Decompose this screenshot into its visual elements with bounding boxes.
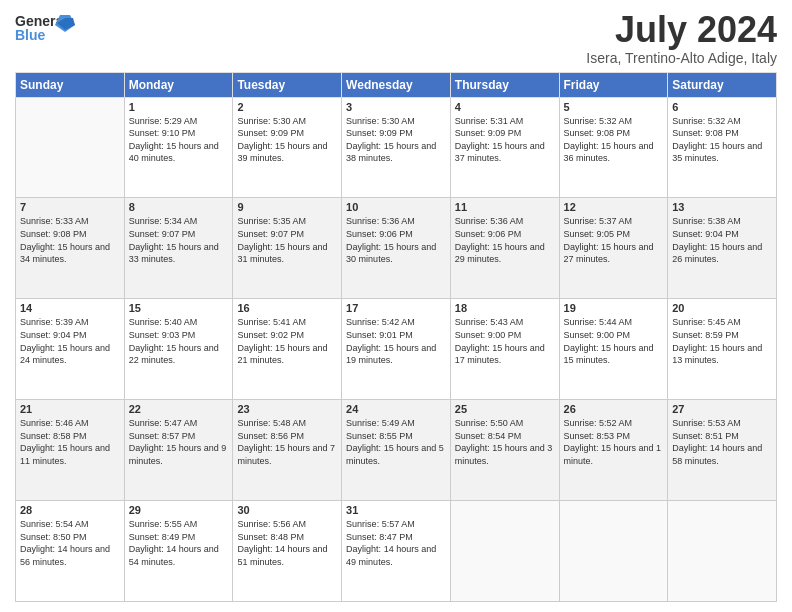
day-number: 11 bbox=[455, 201, 555, 213]
day-number: 13 bbox=[672, 201, 772, 213]
day-number: 25 bbox=[455, 403, 555, 415]
page: General Blue July 2024 Isera, Trentino-A… bbox=[0, 0, 792, 612]
sunset-text: Sunset: 9:01 PM bbox=[346, 330, 413, 340]
day-number: 18 bbox=[455, 302, 555, 314]
day-number: 9 bbox=[237, 201, 337, 213]
day-number: 20 bbox=[672, 302, 772, 314]
day-info: Sunrise: 5:43 AM Sunset: 9:00 PM Dayligh… bbox=[455, 316, 555, 366]
daylight-text: Daylight: 14 hours and 56 minutes. bbox=[20, 544, 110, 567]
sunrise-text: Sunrise: 5:35 AM bbox=[237, 216, 306, 226]
sunrise-text: Sunrise: 5:45 AM bbox=[672, 317, 741, 327]
header-thursday: Thursday bbox=[450, 72, 559, 97]
header-wednesday: Wednesday bbox=[342, 72, 451, 97]
day-info: Sunrise: 5:44 AM Sunset: 9:00 PM Dayligh… bbox=[564, 316, 664, 366]
table-row: 16 Sunrise: 5:41 AM Sunset: 9:02 PM Dayl… bbox=[233, 299, 342, 400]
table-row: 1 Sunrise: 5:29 AM Sunset: 9:10 PM Dayli… bbox=[124, 97, 233, 198]
table-row: 13 Sunrise: 5:38 AM Sunset: 9:04 PM Dayl… bbox=[668, 198, 777, 299]
day-info: Sunrise: 5:29 AM Sunset: 9:10 PM Dayligh… bbox=[129, 115, 229, 165]
sunrise-text: Sunrise: 5:57 AM bbox=[346, 519, 415, 529]
day-info: Sunrise: 5:37 AM Sunset: 9:05 PM Dayligh… bbox=[564, 215, 664, 265]
table-row: 5 Sunrise: 5:32 AM Sunset: 9:08 PM Dayli… bbox=[559, 97, 668, 198]
sunset-text: Sunset: 8:49 PM bbox=[129, 532, 196, 542]
day-number: 31 bbox=[346, 504, 446, 516]
day-number: 24 bbox=[346, 403, 446, 415]
daylight-text: Daylight: 15 hours and 38 minutes. bbox=[346, 141, 436, 164]
sunrise-text: Sunrise: 5:46 AM bbox=[20, 418, 89, 428]
table-row bbox=[668, 501, 777, 602]
day-info: Sunrise: 5:32 AM Sunset: 9:08 PM Dayligh… bbox=[564, 115, 664, 165]
table-row: 19 Sunrise: 5:44 AM Sunset: 9:00 PM Dayl… bbox=[559, 299, 668, 400]
table-row: 12 Sunrise: 5:37 AM Sunset: 9:05 PM Dayl… bbox=[559, 198, 668, 299]
day-number: 30 bbox=[237, 504, 337, 516]
sunrise-text: Sunrise: 5:52 AM bbox=[564, 418, 633, 428]
table-row: 26 Sunrise: 5:52 AM Sunset: 8:53 PM Dayl… bbox=[559, 400, 668, 501]
sunset-text: Sunset: 9:04 PM bbox=[672, 229, 739, 239]
sunset-text: Sunset: 9:05 PM bbox=[564, 229, 631, 239]
sunrise-text: Sunrise: 5:30 AM bbox=[237, 116, 306, 126]
day-number: 21 bbox=[20, 403, 120, 415]
sunset-text: Sunset: 9:06 PM bbox=[346, 229, 413, 239]
day-info: Sunrise: 5:54 AM Sunset: 8:50 PM Dayligh… bbox=[20, 518, 120, 568]
day-number: 26 bbox=[564, 403, 664, 415]
table-row: 3 Sunrise: 5:30 AM Sunset: 9:09 PM Dayli… bbox=[342, 97, 451, 198]
header-monday: Monday bbox=[124, 72, 233, 97]
table-row: 25 Sunrise: 5:50 AM Sunset: 8:54 PM Dayl… bbox=[450, 400, 559, 501]
daylight-text: Daylight: 15 hours and 3 minutes. bbox=[455, 443, 553, 466]
sunrise-text: Sunrise: 5:55 AM bbox=[129, 519, 198, 529]
day-number: 3 bbox=[346, 101, 446, 113]
daylight-text: Daylight: 15 hours and 17 minutes. bbox=[455, 343, 545, 366]
day-number: 4 bbox=[455, 101, 555, 113]
table-row: 20 Sunrise: 5:45 AM Sunset: 8:59 PM Dayl… bbox=[668, 299, 777, 400]
day-number: 19 bbox=[564, 302, 664, 314]
day-info: Sunrise: 5:30 AM Sunset: 9:09 PM Dayligh… bbox=[346, 115, 446, 165]
day-number: 1 bbox=[129, 101, 229, 113]
day-number: 2 bbox=[237, 101, 337, 113]
location: Isera, Trentino-Alto Adige, Italy bbox=[586, 50, 777, 66]
day-info: Sunrise: 5:57 AM Sunset: 8:47 PM Dayligh… bbox=[346, 518, 446, 568]
sunset-text: Sunset: 8:50 PM bbox=[20, 532, 87, 542]
daylight-text: Daylight: 15 hours and 1 minute. bbox=[564, 443, 662, 466]
day-number: 23 bbox=[237, 403, 337, 415]
svg-text:Blue: Blue bbox=[15, 27, 46, 43]
sunset-text: Sunset: 9:03 PM bbox=[129, 330, 196, 340]
table-row: 17 Sunrise: 5:42 AM Sunset: 9:01 PM Dayl… bbox=[342, 299, 451, 400]
sunrise-text: Sunrise: 5:34 AM bbox=[129, 216, 198, 226]
day-info: Sunrise: 5:40 AM Sunset: 9:03 PM Dayligh… bbox=[129, 316, 229, 366]
table-row: 10 Sunrise: 5:36 AM Sunset: 9:06 PM Dayl… bbox=[342, 198, 451, 299]
table-row: 23 Sunrise: 5:48 AM Sunset: 8:56 PM Dayl… bbox=[233, 400, 342, 501]
calendar-week-row: 28 Sunrise: 5:54 AM Sunset: 8:50 PM Dayl… bbox=[16, 501, 777, 602]
day-info: Sunrise: 5:50 AM Sunset: 8:54 PM Dayligh… bbox=[455, 417, 555, 467]
day-info: Sunrise: 5:47 AM Sunset: 8:57 PM Dayligh… bbox=[129, 417, 229, 467]
sunrise-text: Sunrise: 5:29 AM bbox=[129, 116, 198, 126]
daylight-text: Daylight: 14 hours and 54 minutes. bbox=[129, 544, 219, 567]
sunrise-text: Sunrise: 5:44 AM bbox=[564, 317, 633, 327]
sunrise-text: Sunrise: 5:31 AM bbox=[455, 116, 524, 126]
daylight-text: Daylight: 15 hours and 26 minutes. bbox=[672, 242, 762, 265]
table-row bbox=[450, 501, 559, 602]
day-info: Sunrise: 5:52 AM Sunset: 8:53 PM Dayligh… bbox=[564, 417, 664, 467]
table-row: 30 Sunrise: 5:56 AM Sunset: 8:48 PM Dayl… bbox=[233, 501, 342, 602]
table-row: 29 Sunrise: 5:55 AM Sunset: 8:49 PM Dayl… bbox=[124, 501, 233, 602]
table-row: 21 Sunrise: 5:46 AM Sunset: 8:58 PM Dayl… bbox=[16, 400, 125, 501]
table-row: 18 Sunrise: 5:43 AM Sunset: 9:00 PM Dayl… bbox=[450, 299, 559, 400]
sunrise-text: Sunrise: 5:38 AM bbox=[672, 216, 741, 226]
table-row: 6 Sunrise: 5:32 AM Sunset: 9:08 PM Dayli… bbox=[668, 97, 777, 198]
sunset-text: Sunset: 8:55 PM bbox=[346, 431, 413, 441]
daylight-text: Daylight: 15 hours and 33 minutes. bbox=[129, 242, 219, 265]
sunrise-text: Sunrise: 5:37 AM bbox=[564, 216, 633, 226]
table-row: 27 Sunrise: 5:53 AM Sunset: 8:51 PM Dayl… bbox=[668, 400, 777, 501]
day-number: 14 bbox=[20, 302, 120, 314]
sunrise-text: Sunrise: 5:48 AM bbox=[237, 418, 306, 428]
sunset-text: Sunset: 8:47 PM bbox=[346, 532, 413, 542]
day-info: Sunrise: 5:33 AM Sunset: 9:08 PM Dayligh… bbox=[20, 215, 120, 265]
sunset-text: Sunset: 9:02 PM bbox=[237, 330, 304, 340]
daylight-text: Daylight: 15 hours and 27 minutes. bbox=[564, 242, 654, 265]
daylight-text: Daylight: 15 hours and 22 minutes. bbox=[129, 343, 219, 366]
sunset-text: Sunset: 8:48 PM bbox=[237, 532, 304, 542]
day-info: Sunrise: 5:48 AM Sunset: 8:56 PM Dayligh… bbox=[237, 417, 337, 467]
sunrise-text: Sunrise: 5:40 AM bbox=[129, 317, 198, 327]
sunset-text: Sunset: 9:00 PM bbox=[455, 330, 522, 340]
table-row bbox=[559, 501, 668, 602]
sunset-text: Sunset: 9:07 PM bbox=[237, 229, 304, 239]
title-block: July 2024 Isera, Trentino-Alto Adige, It… bbox=[586, 10, 777, 66]
